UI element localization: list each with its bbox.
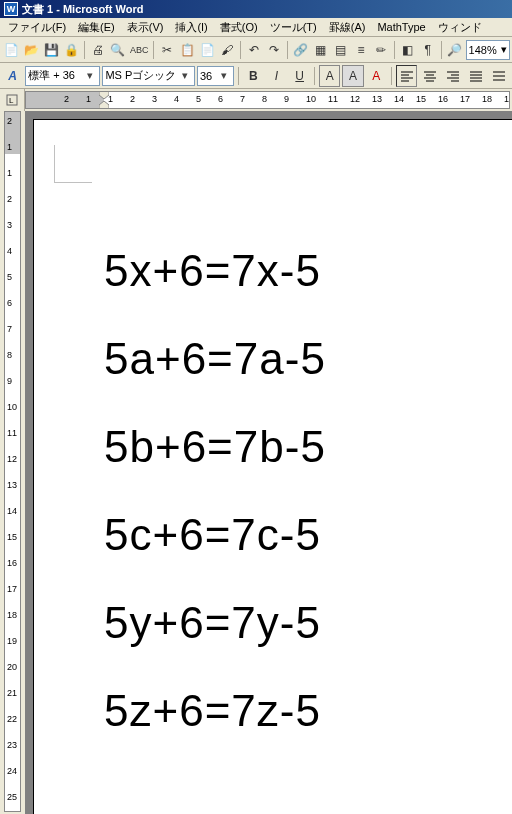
equation-line[interactable]: 5b+6=7b-5 bbox=[104, 422, 512, 472]
undo-icon[interactable]: ↶ bbox=[245, 39, 263, 61]
char-shading-button[interactable]: A bbox=[342, 65, 363, 87]
show-hide-icon[interactable]: ¶ bbox=[419, 39, 437, 61]
research-icon[interactable]: 🔎 bbox=[446, 39, 464, 61]
menu-insert[interactable]: 挿入(I) bbox=[169, 19, 213, 36]
cut-icon[interactable]: ✂ bbox=[158, 39, 176, 61]
menu-ruler[interactable]: 罫線(A) bbox=[323, 19, 372, 36]
font-size-value: 36 bbox=[200, 70, 212, 82]
font-size-combo[interactable]: 36 ▾ bbox=[197, 66, 234, 86]
chevron-down-icon: ▾ bbox=[83, 69, 97, 82]
hyperlink-icon[interactable]: 🔗 bbox=[292, 39, 310, 61]
spellcheck-icon[interactable]: ABC bbox=[129, 39, 150, 61]
menu-view[interactable]: 表示(V) bbox=[121, 19, 170, 36]
drawing-icon[interactable]: ✏ bbox=[372, 39, 390, 61]
align-center-icon[interactable] bbox=[419, 65, 440, 87]
italic-button[interactable]: I bbox=[266, 65, 287, 87]
styles-icon[interactable]: A bbox=[2, 65, 23, 87]
separator bbox=[153, 41, 154, 59]
menu-window[interactable]: ウィンド bbox=[432, 19, 488, 36]
paste-icon[interactable]: 📄 bbox=[198, 39, 216, 61]
equation-line[interactable]: 5z+6=7z-5 bbox=[104, 686, 512, 736]
font-color-button[interactable]: A bbox=[366, 65, 387, 87]
align-right-icon[interactable] bbox=[442, 65, 463, 87]
separator bbox=[391, 67, 392, 85]
open-icon[interactable]: 📂 bbox=[22, 39, 40, 61]
equation-line[interactable]: 5y+6=7y-5 bbox=[104, 598, 512, 648]
font-combo[interactable]: MS Pゴシック ▾ bbox=[102, 66, 195, 86]
vertical-ruler-area: 2112345678910111213141516171819202122232… bbox=[0, 111, 25, 814]
equation-line[interactable]: 5c+6=7c-5 bbox=[104, 510, 512, 560]
page[interactable]: 5x+6=7x-5 5a+6=7a-5 5b+6=7b-5 5c+6=7c-5 … bbox=[33, 119, 512, 814]
insert-table-icon[interactable]: ▤ bbox=[332, 39, 350, 61]
zoom-value: 148% bbox=[469, 44, 497, 56]
equation-line[interactable]: 5x+6=7x-5 bbox=[104, 246, 512, 296]
new-doc-icon[interactable]: 📄 bbox=[2, 39, 20, 61]
equation-line[interactable]: 5a+6=7a-5 bbox=[104, 334, 512, 384]
print-preview-icon[interactable]: 🔍 bbox=[109, 39, 127, 61]
vertical-ruler[interactable]: 2112345678910111213141516171819202122232… bbox=[4, 111, 21, 812]
align-justify-icon[interactable] bbox=[466, 65, 487, 87]
bold-button[interactable]: B bbox=[243, 65, 264, 87]
menu-tools[interactable]: ツール(T) bbox=[264, 19, 323, 36]
separator bbox=[287, 41, 288, 59]
save-icon[interactable]: 💾 bbox=[42, 39, 60, 61]
standard-toolbar: 📄 📂 💾 🔒 🖨 🔍 ABC ✂ 📋 📄 🖌 ↶ ↷ 🔗 ▦ ▤ ≡ ✏ ◧ … bbox=[0, 37, 512, 63]
separator bbox=[238, 67, 239, 85]
window-title: 文書 1 - Microsoft Word bbox=[22, 2, 143, 17]
chevron-down-icon: ▾ bbox=[178, 69, 192, 82]
separator bbox=[394, 41, 395, 59]
menu-file[interactable]: ファイル(F) bbox=[2, 19, 72, 36]
permission-icon[interactable]: 🔒 bbox=[62, 39, 80, 61]
separator bbox=[84, 41, 85, 59]
underline-button[interactable]: U bbox=[289, 65, 310, 87]
title-bar: W 文書 1 - Microsoft Word bbox=[0, 0, 512, 18]
menu-mathtype[interactable]: MathType bbox=[371, 20, 431, 34]
tables-borders-icon[interactable]: ▦ bbox=[312, 39, 330, 61]
margin-corner bbox=[54, 145, 92, 183]
separator bbox=[314, 67, 315, 85]
columns-icon[interactable]: ≡ bbox=[352, 39, 370, 61]
document-map-icon[interactable]: ◧ bbox=[399, 39, 417, 61]
zoom-combo[interactable]: 148% ▾ bbox=[466, 40, 510, 60]
horizontal-ruler[interactable]: 211234567891011121314151617181920 bbox=[25, 91, 510, 109]
style-value: 標準 + 36 bbox=[28, 68, 75, 83]
separator bbox=[441, 41, 442, 59]
style-combo[interactable]: 標準 + 36 ▾ bbox=[25, 66, 100, 86]
print-icon[interactable]: 🖨 bbox=[89, 39, 107, 61]
formatting-toolbar: A 標準 + 36 ▾ MS Pゴシック ▾ 36 ▾ B I U A A A bbox=[0, 63, 512, 89]
copy-icon[interactable]: 📋 bbox=[178, 39, 196, 61]
app-icon: W bbox=[4, 2, 18, 16]
svg-text:L: L bbox=[9, 96, 14, 105]
distribute-icon[interactable] bbox=[489, 65, 510, 87]
menu-format[interactable]: 書式(O) bbox=[214, 19, 264, 36]
format-painter-icon[interactable]: 🖌 bbox=[218, 39, 236, 61]
horizontal-ruler-area: L 211234567891011121314151617181920 bbox=[0, 89, 512, 111]
chevron-down-icon: ▾ bbox=[217, 69, 231, 82]
font-value: MS Pゴシック bbox=[105, 68, 176, 83]
redo-icon[interactable]: ↷ bbox=[265, 39, 283, 61]
workspace: 2112345678910111213141516171819202122232… bbox=[0, 111, 512, 814]
separator bbox=[240, 41, 241, 59]
menu-bar: ファイル(F) 編集(E) 表示(V) 挿入(I) 書式(O) ツール(T) 罫… bbox=[0, 18, 512, 37]
document-area[interactable]: 5x+6=7x-5 5a+6=7a-5 5b+6=7b-5 5c+6=7c-5 … bbox=[25, 111, 512, 814]
char-border-button[interactable]: A bbox=[319, 65, 340, 87]
chevron-down-icon: ▾ bbox=[501, 43, 507, 56]
ruler-corner: L bbox=[0, 89, 25, 111]
align-left-icon[interactable] bbox=[396, 65, 417, 87]
menu-edit[interactable]: 編集(E) bbox=[72, 19, 121, 36]
